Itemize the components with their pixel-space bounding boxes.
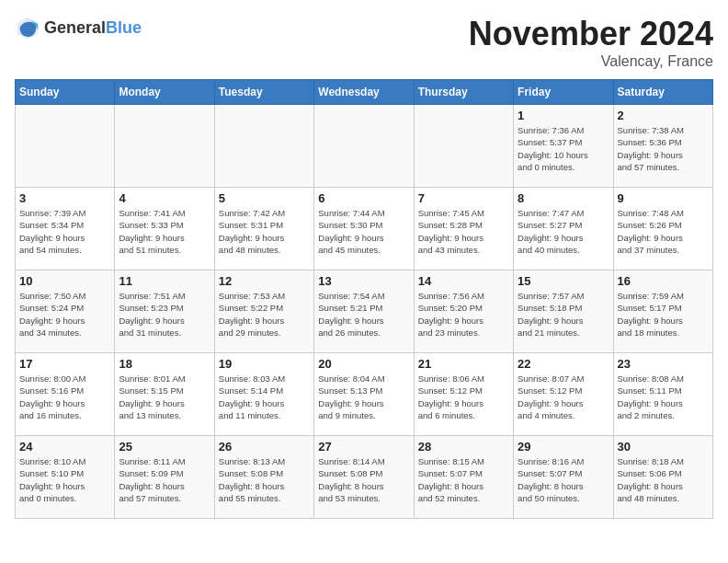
calendar-cell: 15Sunrise: 7:57 AM Sunset: 5:18 PM Dayli…	[514, 270, 613, 353]
day-info: Sunrise: 7:54 AM Sunset: 5:21 PM Dayligh…	[318, 290, 409, 339]
calendar-week-row: 17Sunrise: 8:00 AM Sunset: 5:16 PM Dayli…	[16, 353, 713, 436]
day-info: Sunrise: 8:08 AM Sunset: 5:11 PM Dayligh…	[618, 373, 709, 421]
calendar-cell: 6Sunrise: 7:44 AM Sunset: 5:30 PM Daylig…	[314, 188, 414, 270]
day-number: 19	[219, 357, 310, 371]
calendar-cell: 10Sunrise: 7:50 AM Sunset: 5:24 PM Dayli…	[16, 270, 115, 353]
weekday-header: Sunday	[16, 80, 115, 105]
weekday-header: Monday	[115, 80, 214, 105]
day-info: Sunrise: 7:47 AM Sunset: 5:27 PM Dayligh…	[518, 207, 609, 256]
calendar-cell: 4Sunrise: 7:41 AM Sunset: 5:33 PM Daylig…	[115, 188, 214, 270]
day-info: Sunrise: 8:16 AM Sunset: 5:07 PM Dayligh…	[518, 455, 609, 504]
calendar-week-row: 10Sunrise: 7:50 AM Sunset: 5:24 PM Dayli…	[16, 270, 713, 353]
day-info: Sunrise: 7:59 AM Sunset: 5:17 PM Dayligh…	[618, 290, 709, 339]
day-number: 17	[19, 357, 110, 371]
calendar-cell	[115, 105, 214, 188]
calendar-cell: 19Sunrise: 8:03 AM Sunset: 5:14 PM Dayli…	[214, 353, 313, 436]
day-info: Sunrise: 7:44 AM Sunset: 5:30 PM Dayligh…	[318, 207, 409, 256]
day-number: 12	[219, 274, 310, 288]
day-info: Sunrise: 7:48 AM Sunset: 5:26 PM Dayligh…	[618, 207, 709, 256]
calendar-week-row: 24Sunrise: 8:10 AM Sunset: 5:10 PM Dayli…	[16, 436, 713, 519]
month-title: November 2024	[469, 15, 713, 53]
day-info: Sunrise: 7:50 AM Sunset: 5:24 PM Dayligh…	[19, 290, 110, 339]
calendar-cell: 1Sunrise: 7:36 AM Sunset: 5:37 PM Daylig…	[514, 105, 613, 188]
day-info: Sunrise: 7:41 AM Sunset: 5:33 PM Dayligh…	[119, 207, 210, 256]
calendar-cell: 7Sunrise: 7:45 AM Sunset: 5:28 PM Daylig…	[414, 188, 513, 270]
day-number: 2	[618, 109, 709, 122]
day-number: 29	[518, 440, 609, 454]
calendar-cell: 16Sunrise: 7:59 AM Sunset: 5:17 PM Dayli…	[613, 270, 712, 353]
location-title: Valencay, France	[469, 53, 713, 70]
day-info: Sunrise: 7:57 AM Sunset: 5:18 PM Dayligh…	[518, 290, 609, 339]
weekday-header: Saturday	[613, 80, 712, 105]
day-number: 8	[518, 191, 609, 205]
day-number: 10	[19, 274, 110, 288]
day-info: Sunrise: 8:07 AM Sunset: 5:12 PM Dayligh…	[518, 373, 609, 421]
day-info: Sunrise: 8:15 AM Sunset: 5:07 PM Dayligh…	[418, 455, 509, 504]
calendar-cell: 13Sunrise: 7:54 AM Sunset: 5:21 PM Dayli…	[314, 270, 414, 353]
day-number: 21	[418, 357, 509, 371]
calendar-cell: 18Sunrise: 8:01 AM Sunset: 5:15 PM Dayli…	[115, 353, 214, 436]
day-number: 3	[19, 191, 110, 205]
day-number: 1	[518, 109, 609, 122]
calendar-cell: 22Sunrise: 8:07 AM Sunset: 5:12 PM Dayli…	[514, 353, 613, 436]
logo: GeneralBlue	[15, 15, 142, 40]
day-number: 30	[618, 440, 709, 454]
day-info: Sunrise: 7:45 AM Sunset: 5:28 PM Dayligh…	[418, 207, 509, 256]
calendar-cell: 12Sunrise: 7:53 AM Sunset: 5:22 PM Dayli…	[214, 270, 313, 353]
day-number: 15	[518, 274, 609, 288]
day-number: 20	[318, 357, 409, 371]
calendar-cell: 5Sunrise: 7:42 AM Sunset: 5:31 PM Daylig…	[214, 188, 313, 270]
day-number: 5	[219, 191, 310, 205]
header: GeneralBlue November 2024 Valencay, Fran…	[15, 15, 713, 70]
calendar-cell: 29Sunrise: 8:16 AM Sunset: 5:07 PM Dayli…	[514, 436, 613, 519]
day-number: 28	[418, 440, 509, 454]
day-number: 23	[618, 357, 709, 371]
calendar-header-row: SundayMondayTuesdayWednesdayThursdayFrid…	[16, 80, 713, 105]
calendar-table: SundayMondayTuesdayWednesdayThursdayFrid…	[15, 79, 713, 519]
day-number: 7	[418, 191, 509, 205]
day-number: 4	[119, 191, 210, 205]
day-info: Sunrise: 8:01 AM Sunset: 5:15 PM Dayligh…	[119, 373, 210, 421]
calendar-cell	[16, 105, 115, 188]
day-info: Sunrise: 7:36 AM Sunset: 5:37 PM Dayligh…	[518, 124, 609, 173]
calendar-cell: 9Sunrise: 7:48 AM Sunset: 5:26 PM Daylig…	[613, 188, 712, 270]
weekday-header: Thursday	[414, 80, 513, 105]
calendar-cell: 8Sunrise: 7:47 AM Sunset: 5:27 PM Daylig…	[514, 188, 613, 270]
calendar-week-row: 1Sunrise: 7:36 AM Sunset: 5:37 PM Daylig…	[16, 105, 713, 188]
day-info: Sunrise: 8:03 AM Sunset: 5:14 PM Dayligh…	[219, 373, 310, 421]
day-number: 24	[19, 440, 110, 454]
calendar-cell: 3Sunrise: 7:39 AM Sunset: 5:34 PM Daylig…	[16, 188, 115, 270]
calendar-cell: 27Sunrise: 8:14 AM Sunset: 5:08 PM Dayli…	[314, 436, 414, 519]
weekday-header: Friday	[514, 80, 613, 105]
logo-text: GeneralBlue	[44, 18, 142, 38]
calendar-cell: 23Sunrise: 8:08 AM Sunset: 5:11 PM Dayli…	[613, 353, 712, 436]
day-info: Sunrise: 8:18 AM Sunset: 5:06 PM Dayligh…	[618, 455, 709, 504]
day-info: Sunrise: 7:53 AM Sunset: 5:22 PM Dayligh…	[219, 290, 310, 339]
day-info: Sunrise: 7:42 AM Sunset: 5:31 PM Dayligh…	[219, 207, 310, 256]
logo-icon	[15, 15, 40, 40]
day-number: 22	[518, 357, 609, 371]
day-info: Sunrise: 7:56 AM Sunset: 5:20 PM Dayligh…	[418, 290, 509, 339]
calendar-body: 1Sunrise: 7:36 AM Sunset: 5:37 PM Daylig…	[16, 105, 713, 519]
day-number: 18	[119, 357, 210, 371]
day-info: Sunrise: 8:10 AM Sunset: 5:10 PM Dayligh…	[19, 455, 110, 504]
day-number: 27	[318, 440, 409, 454]
weekday-header: Wednesday	[314, 80, 414, 105]
day-number: 6	[318, 191, 409, 205]
calendar-cell: 17Sunrise: 8:00 AM Sunset: 5:16 PM Dayli…	[16, 353, 115, 436]
title-area: November 2024 Valencay, France	[469, 15, 713, 70]
day-number: 26	[219, 440, 310, 454]
calendar-cell: 30Sunrise: 8:18 AM Sunset: 5:06 PM Dayli…	[613, 436, 712, 519]
day-info: Sunrise: 8:13 AM Sunset: 5:08 PM Dayligh…	[219, 455, 310, 504]
day-number: 9	[618, 191, 709, 205]
day-info: Sunrise: 8:11 AM Sunset: 5:09 PM Dayligh…	[119, 455, 210, 504]
day-info: Sunrise: 7:39 AM Sunset: 5:34 PM Dayligh…	[19, 207, 110, 256]
calendar-cell: 20Sunrise: 8:04 AM Sunset: 5:13 PM Dayli…	[314, 353, 414, 436]
calendar-cell	[314, 105, 414, 188]
calendar-cell	[214, 105, 313, 188]
day-number: 13	[318, 274, 409, 288]
day-number: 16	[618, 274, 709, 288]
day-number: 14	[418, 274, 509, 288]
calendar-cell: 2Sunrise: 7:38 AM Sunset: 5:36 PM Daylig…	[613, 105, 712, 188]
calendar-cell: 21Sunrise: 8:06 AM Sunset: 5:12 PM Dayli…	[414, 353, 513, 436]
